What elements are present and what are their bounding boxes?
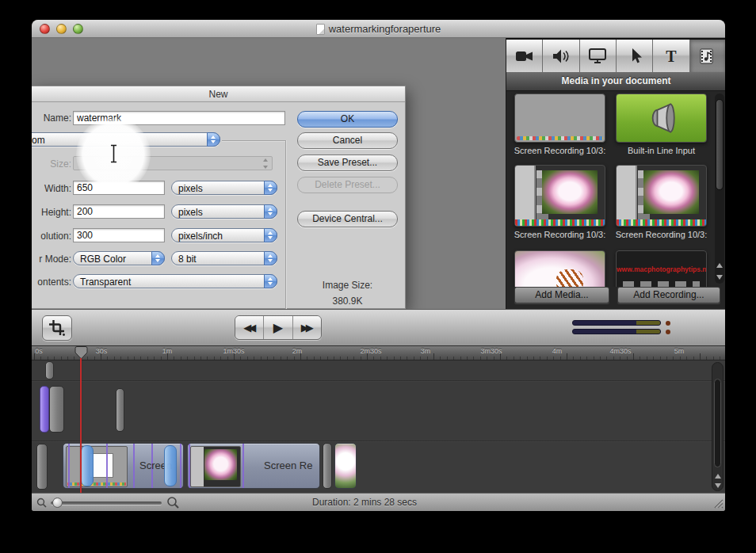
stepper-icon [151,251,165,265]
zoom-in-icon[interactable] [166,496,180,509]
scroll-down-icon[interactable] [715,483,721,488]
track-divider [32,380,725,382]
resolution-unit-select[interactable]: pixels/inch [171,228,277,242]
speaker-icon [552,48,571,64]
timeline-tracks[interactable]: Screen Screen Re [32,360,725,493]
timeline-clip[interactable] [323,443,332,489]
height-unit-select[interactable]: pixels [171,204,277,219]
save-preset-button[interactable]: Save Preset... [297,154,398,171]
contents-value: Transparent [80,276,131,288]
action-marker[interactable] [164,445,177,486]
crop-icon [48,319,66,337]
tab-pointer[interactable] [617,40,653,72]
ruler-label: 1m30s [223,347,244,355]
width-unit-select[interactable]: pixels [171,181,277,195]
timeline-clip[interactable] [36,444,48,490]
marker-line [242,444,244,488]
tab-video-camera[interactable] [506,40,543,72]
add-recording-button[interactable]: Add Recording... [617,287,720,303]
media-grid: Screen Recording 10/3: Built-in Line Inp… [506,91,712,287]
media-scrollbar[interactable] [715,93,724,284]
device-central-button[interactable]: Device Central... [297,211,398,227]
add-media-button[interactable]: Add Media... [514,287,609,303]
timeline-ruler[interactable]: 0s 30s 1m 1m30s 2m 2m30s 3m 3m30s 4m 4m3… [32,346,725,360]
panel-header: Media in your document [506,72,725,91]
action-marker[interactable] [81,445,94,486]
resolution-field[interactable] [73,228,165,242]
timeline-clip[interactable] [49,386,64,433]
crop-button[interactable] [42,315,72,341]
scroll-down-icon[interactable] [716,275,723,280]
video-preview-canvas[interactable]: New Name: om Size: Width: pixels Height: [32,38,506,309]
scrollbar-thumb[interactable] [714,379,721,467]
status-bar: Duration: 2 mins 28 secs [32,493,725,511]
rewind-button[interactable]: ◀◀ [235,316,264,339]
ok-button[interactable]: OK [297,111,398,128]
tab-media-browser[interactable] [690,40,725,72]
web-icons-row [623,281,700,287]
photoshop-new-dialog: New Name: om Size: Width: pixels Height: [32,86,406,309]
resolution-label: olution: [32,231,71,242]
media-item-thumbnail[interactable] [514,165,605,227]
clip-label: Screen Re [264,460,312,471]
zoom-slider-knob[interactable] [52,498,63,508]
ruler-label: 4m30s [609,347,631,355]
tracks-scrollbar[interactable] [712,362,724,491]
image-size-value: 380.9K [297,296,398,307]
timeline-clip[interactable] [334,443,357,489]
bit-depth-select[interactable]: 8 bit [171,251,277,265]
dialog-title: New [32,86,405,102]
stepper-icon [264,228,277,242]
window-title-wrap: watermarkingforaperture [32,23,725,35]
pointer-icon [627,48,643,64]
playback-controls: ◀◀ ▶ ▶▶ [235,315,322,340]
resolution-unit-value: pixels/inch [178,231,223,242]
web-overlay-text: www.macphotographytips.net [617,265,706,273]
width-unit-value: pixels [178,183,203,194]
zoom-out-icon[interactable] [36,498,48,509]
resize-grip[interactable] [712,498,724,509]
stepper-icon [207,132,220,147]
zoom-slider-track[interactable] [51,502,162,505]
dock-strip [515,219,605,226]
meter-peak-dot [666,321,670,326]
contents-select[interactable]: Transparent [73,274,277,288]
play-button[interactable]: ▶ [264,316,292,339]
height-field[interactable] [73,204,165,219]
color-mode-select[interactable]: RGB Color [73,251,165,265]
clip-thumbnail [190,446,241,487]
stepper-icon [264,274,277,288]
speaker-3d-icon [644,101,679,135]
timeline-clip[interactable] [40,386,49,433]
media-item-thumbnail[interactable] [616,93,707,143]
scroll-up-icon[interactable] [716,263,723,268]
dock-strip [67,482,126,486]
audio-level-meter [572,320,675,338]
media-item-thumbnail[interactable]: www.macphotographytips.net [616,250,707,287]
media-item-thumbnail[interactable] [616,165,707,227]
media-item-thumbnail[interactable] [514,93,605,143]
tab-display[interactable] [580,40,617,72]
title-bar[interactable]: watermarkingforaperture [32,20,725,38]
delete-preset-button: Delete Preset... [297,177,398,193]
name-label: Name: [32,113,71,124]
timeline-clip[interactable] [45,361,54,379]
scroll-up-icon[interactable] [715,474,721,479]
cancel-button[interactable]: Cancel [297,132,398,149]
media-item-label: Screen Recording 10/3: [613,230,709,239]
marker-line [133,444,135,488]
scrollbar-thumb[interactable] [716,99,724,190]
play-icon: ▶ [273,320,283,335]
media-browser-icon [698,48,717,65]
ruler-label: 2m [292,347,303,355]
fast-forward-button[interactable]: ▶▶ [293,316,321,339]
tab-text[interactable]: T [653,40,689,72]
media-item-thumbnail[interactable] [514,250,605,287]
timeline-clip-screen-recording[interactable]: Screen Re [187,443,320,489]
timeline-clip[interactable] [116,388,124,432]
rewind-icon: ◀◀ [243,322,253,334]
text-tool-icon: T [666,48,676,64]
window-title: watermarkingforaperture [329,23,441,35]
tab-audio[interactable] [543,40,579,72]
ruler-label: 3m [421,347,431,355]
